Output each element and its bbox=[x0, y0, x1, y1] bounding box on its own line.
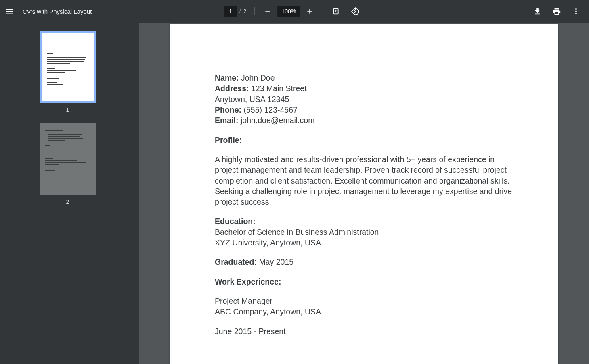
page-total: 2 bbox=[243, 8, 247, 15]
document-title: CV's with Physical Layout bbox=[23, 8, 92, 15]
graduated-date: May 2015 bbox=[257, 257, 293, 266]
label-education: Education: bbox=[215, 217, 256, 226]
label-email: Email: bbox=[215, 116, 239, 125]
label-graduated: Graduated: bbox=[215, 257, 257, 266]
toolbar-right bbox=[528, 3, 589, 19]
label-profile: Profile: bbox=[215, 136, 242, 144]
zoom-in-button[interactable] bbox=[302, 3, 318, 19]
document-page-1: Name: John Doe Address: 123 Main Street … bbox=[170, 24, 558, 364]
document-viewer: Name: John Doe Address: 123 Main Street … bbox=[139, 23, 589, 364]
label-name: Name: bbox=[215, 73, 239, 82]
education-school: XYZ University, Anytown, USA bbox=[215, 237, 514, 248]
value-phone: (555) 123-4567 bbox=[241, 105, 298, 114]
page-number-input[interactable] bbox=[224, 6, 237, 17]
value-email: john.doe@email.com bbox=[239, 116, 315, 125]
more-options-button[interactable] bbox=[568, 3, 584, 19]
value-name: John Doe bbox=[239, 73, 275, 82]
thumbnail-page-2[interactable] bbox=[40, 123, 96, 195]
value-address-line2: Anytown, USA 12345 bbox=[215, 94, 514, 105]
education-degree: Bachelor of Science in Business Administ… bbox=[215, 227, 514, 237]
pdf-toolbar: CV's with Physical Layout / 2 bbox=[0, 0, 589, 23]
value-address-line1: 123 Main Street bbox=[249, 84, 307, 93]
separator bbox=[254, 7, 255, 15]
thumbnail-page-1[interactable] bbox=[40, 31, 96, 103]
zoom-input[interactable] bbox=[277, 6, 300, 17]
job1-dates: June 2015 - Present bbox=[215, 326, 514, 337]
page-separator: / bbox=[239, 8, 241, 15]
toolbar-center: / 2 bbox=[224, 0, 365, 23]
label-phone: Phone: bbox=[215, 105, 241, 114]
document-scroll-area[interactable]: Name: John Doe Address: 123 Main Street … bbox=[139, 23, 589, 364]
print-button[interactable] bbox=[549, 3, 565, 19]
download-button[interactable] bbox=[529, 3, 545, 19]
job1-title: Project Manager bbox=[215, 296, 514, 306]
zoom-out-button[interactable] bbox=[260, 3, 276, 19]
thumbnail-number: 1 bbox=[66, 107, 69, 113]
thumbnail-number: 2 bbox=[66, 199, 69, 205]
separator bbox=[323, 7, 323, 15]
thumbnail-sidebar[interactable]: 1 bbox=[0, 23, 139, 364]
profile-text: A highly motivated and results-driven pr… bbox=[215, 154, 514, 207]
job1-company: ABC Company, Anytown, USA bbox=[215, 306, 514, 317]
label-work-experience: Work Experience: bbox=[215, 277, 281, 286]
menu-icon[interactable] bbox=[2, 3, 18, 19]
rotate-button[interactable] bbox=[347, 3, 363, 19]
fit-page-button[interactable] bbox=[328, 3, 344, 19]
label-address: Address: bbox=[215, 84, 249, 93]
